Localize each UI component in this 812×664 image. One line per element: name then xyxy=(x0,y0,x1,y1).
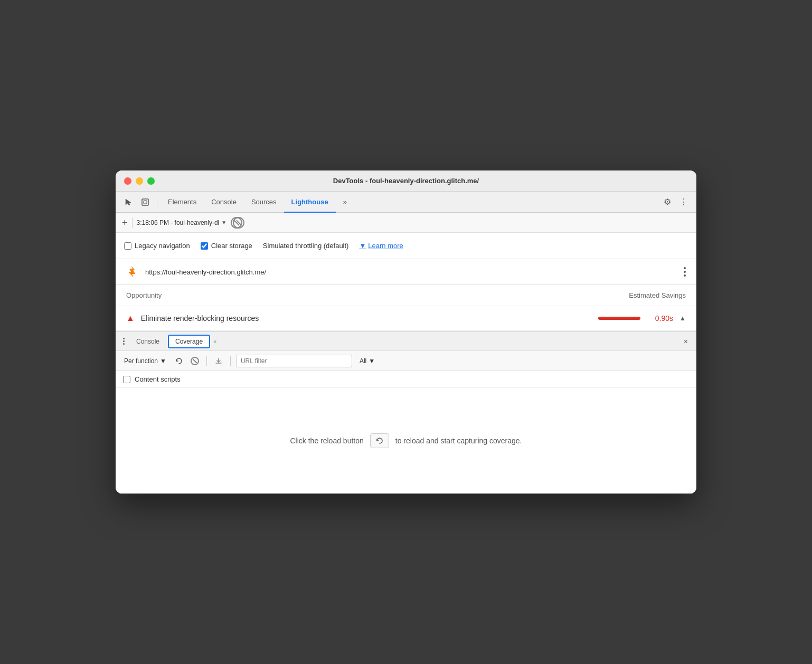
maximize-button[interactable] xyxy=(147,177,155,185)
dropdown-arrow-icon: ▼ xyxy=(359,242,366,250)
reload-coverage-button[interactable] xyxy=(173,355,185,367)
per-function-button[interactable]: Per function ▼ xyxy=(121,355,169,367)
toolbar-separator-2 xyxy=(230,356,231,366)
opportunity-row: ▲ Eliminate render-blocking resources 0.… xyxy=(116,306,696,331)
console-tab-label: Console xyxy=(136,338,159,345)
per-function-label: Per function xyxy=(124,357,158,365)
reload-message: Click the reload button to reload and st… xyxy=(290,433,522,448)
svg-marker-2 xyxy=(128,266,135,278)
settings-icon[interactable]: ⚙ xyxy=(659,194,675,210)
window-title: DevTools - foul-heavenly-direction.glitc… xyxy=(333,177,479,185)
url-filter-input[interactable] xyxy=(236,355,352,367)
block-icon-visual xyxy=(233,217,244,229)
throttling-label: Simulated throttling (default) xyxy=(263,242,349,250)
tab-coverage[interactable]: Coverage xyxy=(168,335,210,348)
tab-separator xyxy=(157,197,157,207)
minimize-button[interactable] xyxy=(136,177,143,185)
estimated-savings-header: Estimated Savings xyxy=(629,291,686,299)
tab-more[interactable]: » xyxy=(336,192,354,213)
window-controls xyxy=(124,177,155,185)
warning-icon: ▲ xyxy=(126,314,135,323)
bottom-panel: Console Coverage × × Per function ▼ xyxy=(116,331,696,494)
svg-rect-1 xyxy=(144,201,147,204)
reload-after-text: to reload and start capturing coverage. xyxy=(395,437,522,445)
tab-sources[interactable]: Sources xyxy=(244,192,284,213)
tab-lighthouse[interactable]: Lighthouse xyxy=(284,192,336,213)
content-scripts-label: Content scripts xyxy=(135,375,181,383)
toolbar-separator-1 xyxy=(206,356,207,366)
dot-3 xyxy=(684,274,686,277)
content-scripts-checkbox[interactable] xyxy=(123,376,130,383)
coverage-toolbar: Per function ▼ xyxy=(116,351,696,371)
all-dropdown-button[interactable]: All ▼ xyxy=(355,355,379,367)
savings-bar xyxy=(598,317,640,320)
panel-close-button[interactable]: × xyxy=(679,335,692,348)
opportunity-header-text: Opportunity xyxy=(126,291,162,299)
url-dropdown-button[interactable]: ▼ xyxy=(221,220,226,225)
tab-console-bottom[interactable]: Console xyxy=(130,332,166,351)
clear-coverage-button[interactable] xyxy=(188,355,201,367)
learn-more-text: Learn more xyxy=(368,242,403,250)
dot-1 xyxy=(684,267,686,269)
more-dot-1 xyxy=(123,338,125,339)
tab-elements[interactable]: Elements xyxy=(160,192,204,213)
devtools-window: DevTools - foul-heavenly-direction.glitc… xyxy=(116,170,696,494)
lighthouse-url-text: https://foul-heavenly-direction.glitch.m… xyxy=(145,268,675,276)
all-label: All xyxy=(360,357,366,365)
url-bar-row: + 3:18:06 PM - foul-heavenly-di ▼ xyxy=(116,213,696,233)
learn-more-button[interactable]: ▼ Learn more xyxy=(359,242,403,250)
svg-rect-0 xyxy=(142,199,148,205)
opportunity-header: Opportunity Estimated Savings xyxy=(116,285,696,306)
legacy-navigation-label: Legacy navigation xyxy=(135,242,190,250)
per-function-arrow: ▼ xyxy=(160,357,166,365)
reload-inline-button[interactable] xyxy=(370,433,389,448)
lighthouse-url-row: https://foul-heavenly-direction.glitch.m… xyxy=(116,259,696,285)
coverage-tab-close[interactable]: × xyxy=(212,338,218,345)
close-button[interactable] xyxy=(124,177,131,185)
all-arrow-icon: ▼ xyxy=(369,357,375,365)
title-bar: DevTools - foul-heavenly-direction.glitc… xyxy=(116,170,696,192)
coverage-options-row: Content scripts xyxy=(116,371,696,388)
legacy-navigation-checkbox[interactable] xyxy=(124,242,131,250)
more-options-button[interactable] xyxy=(682,265,688,279)
more-menu-icon[interactable]: ⋮ xyxy=(675,194,692,210)
coverage-tab-label: Coverage xyxy=(175,338,203,345)
add-button[interactable]: + xyxy=(122,218,128,227)
bottom-more-button[interactable] xyxy=(120,336,128,347)
more-dot-3 xyxy=(123,343,125,345)
reload-before-text: Click the reload button xyxy=(290,437,363,445)
legacy-navigation-checkbox-label[interactable]: Legacy navigation xyxy=(124,242,190,250)
devtools-tab-bar: Elements Console Sources Lighthouse » ⚙ … xyxy=(116,192,696,213)
audit-title: Eliminate render-blocking resources xyxy=(141,314,592,322)
url-display: 3:18:06 PM - foul-heavenly-di ▼ xyxy=(137,219,227,226)
timestamp-text: 3:18:06 PM - foul-heavenly-di xyxy=(137,219,220,226)
export-button[interactable] xyxy=(212,355,225,367)
tab-console[interactable]: Console xyxy=(204,192,244,213)
savings-value: 0.90s xyxy=(647,314,673,322)
clear-storage-checkbox[interactable] xyxy=(201,242,208,250)
clear-storage-label: Clear storage xyxy=(211,242,252,250)
dot-2 xyxy=(684,271,686,273)
cursor-icon[interactable] xyxy=(120,195,137,210)
inspect-icon[interactable] xyxy=(137,195,154,210)
expand-button[interactable]: ▲ xyxy=(679,315,686,322)
lighthouse-logo-icon xyxy=(124,264,139,279)
coverage-content: Click the reload button to reload and st… xyxy=(116,388,696,494)
lighthouse-options-row: Legacy navigation Clear storage Simulate… xyxy=(116,233,696,259)
more-dot-2 xyxy=(123,340,125,342)
clear-storage-checkbox-label[interactable]: Clear storage xyxy=(201,242,252,250)
url-separator xyxy=(132,217,133,228)
bottom-tabs-bar: Console Coverage × × xyxy=(116,332,696,351)
